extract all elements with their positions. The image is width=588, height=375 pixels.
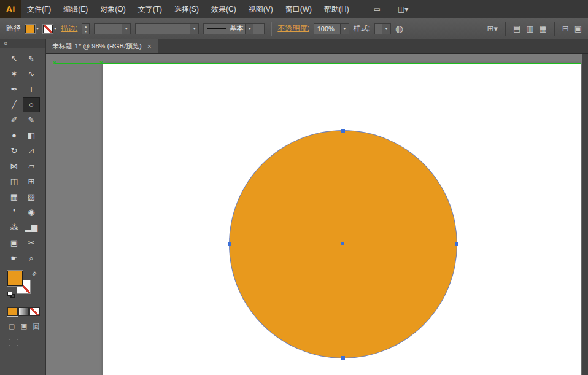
- stroke-panel-link[interactable]: 描边:: [61, 23, 77, 34]
- menu-edit[interactable]: 编辑(E): [57, 0, 94, 18]
- selection-tool[interactable]: ↖: [6, 51, 23, 66]
- opacity-dropdown[interactable]: 100% ▾: [314, 23, 349, 34]
- stroke-none-swatch[interactable]: [43, 25, 53, 33]
- canvas[interactable]: × ×: [46, 54, 582, 375]
- close-icon[interactable]: ×: [147, 43, 152, 50]
- document-tab-title: 未标题-1* @ 98% (RGB/预览): [52, 42, 142, 51]
- stepper-down-icon[interactable]: ▾: [82, 29, 89, 34]
- chevron-down-icon[interactable]: ▾: [190, 24, 198, 34]
- tools-panel-header[interactable]: «: [0, 39, 45, 48]
- scale-tool[interactable]: ⊿: [23, 143, 40, 158]
- chevron-down-icon[interactable]: ▾: [245, 24, 253, 34]
- document-setup-icon[interactable]: ⊟: [562, 24, 569, 33]
- ellipse-tool[interactable]: ○: [23, 97, 40, 112]
- drawing-mode-buttons: ▢▣回: [7, 322, 45, 331]
- menu-bar: Ai 文件(F)编辑(E)对象(O)文字(T)选择(S)效果(C)视图(V)窗口…: [0, 0, 588, 18]
- default-fill-icon: [7, 292, 12, 296]
- transform-panel-icon[interactable]: ⊞▾: [487, 24, 497, 33]
- default-fill-stroke-icon[interactable]: [7, 292, 16, 299]
- chevron-down-icon[interactable]: ▾: [340, 24, 349, 34]
- chevron-down-icon: ▾: [36, 26, 39, 31]
- hand-tool[interactable]: ☛: [6, 250, 23, 266]
- workspace-switcher-icon[interactable]: ◫▾: [398, 5, 408, 14]
- menu-window[interactable]: 窗口(W): [279, 0, 318, 18]
- direct-selection-tool[interactable]: ⇖: [23, 51, 40, 66]
- slice-tool[interactable]: ✂: [23, 235, 40, 250]
- style-dropdown[interactable]: ▾: [374, 23, 391, 34]
- tools-panel: « ↖⇖✶∿✒T╱○✐✎●◧↻⊿⋈▱◫⊞▦▨❜◉⁂▂▆▣✂☛⌕ ⇄ ▢▣回: [0, 39, 46, 375]
- symbol-sprayer-tool[interactable]: ⁂: [6, 220, 23, 235]
- swap-fill-stroke-icon[interactable]: ⇄: [31, 270, 38, 277]
- pen-tool[interactable]: ✒: [6, 82, 23, 97]
- artboard-tool[interactable]: ▣: [6, 235, 23, 250]
- gradient-button[interactable]: [18, 307, 29, 316]
- stroke-color-dropdown[interactable]: ▾: [43, 25, 56, 33]
- chevron-down-icon[interactable]: ▾: [122, 24, 130, 34]
- arrange-documents-icon[interactable]: ▭: [374, 5, 381, 14]
- menu-view[interactable]: 视图(V): [242, 0, 279, 18]
- opacity-panel-link[interactable]: 不透明度:: [277, 23, 309, 34]
- brush-definition-dropdown[interactable]: 基本 ▾: [203, 23, 265, 34]
- paintbrush-tool[interactable]: ✐: [6, 112, 23, 128]
- width-profile-dropdown[interactable]: ▾: [135, 23, 199, 34]
- magic-wand-tool[interactable]: ✶: [6, 66, 23, 82]
- collapse-panel-icon[interactable]: «: [4, 39, 7, 47]
- ellipse-shape[interactable]: [229, 130, 457, 358]
- chevron-down-icon[interactable]: ▾: [382, 24, 390, 34]
- rotate-tool[interactable]: ↻: [6, 143, 23, 158]
- none-button[interactable]: [29, 307, 40, 316]
- align-right-icon[interactable]: ▦: [540, 24, 547, 33]
- align-left-icon[interactable]: ▤: [513, 24, 520, 33]
- separator: [271, 22, 271, 36]
- recolor-artwork-icon[interactable]: ◍: [395, 23, 403, 34]
- menu-effect[interactable]: 效果(C): [205, 0, 242, 18]
- illustrator-window: { "colors": { "fill_orange": "#E8991D", …: [0, 0, 588, 375]
- column-graph-tool[interactable]: ▂▆: [23, 220, 40, 235]
- menu-object[interactable]: 对象(O): [94, 0, 131, 18]
- color-button[interactable]: [7, 307, 18, 316]
- width-tool[interactable]: ⋈: [6, 158, 23, 174]
- line-segment-tool[interactable]: ╱: [6, 97, 23, 112]
- document-area: 未标题-1* @ 98% (RGB/预览) × × ×: [46, 39, 588, 375]
- fill-color-swatch[interactable]: [25, 25, 35, 33]
- mesh-tool[interactable]: ▦: [6, 189, 23, 204]
- panel-dock-strip[interactable]: [582, 54, 588, 375]
- free-transform-tool[interactable]: ▱: [23, 158, 40, 174]
- stepper-up-icon[interactable]: ▴: [82, 24, 89, 29]
- selection-type-label: 路径: [6, 23, 21, 34]
- menu-file[interactable]: 文件(F): [21, 0, 57, 18]
- eraser-tool[interactable]: ◧: [23, 128, 40, 143]
- type-tool[interactable]: T: [23, 82, 40, 97]
- stroke-weight-stepper[interactable]: ▴ ▾: [82, 23, 90, 34]
- menu-select[interactable]: 选择(S): [168, 0, 205, 18]
- stroke-weight-dropdown[interactable]: ▾: [94, 23, 131, 34]
- gradient-tool[interactable]: ▨: [23, 189, 40, 204]
- perspective-grid-tool[interactable]: ⊞: [23, 174, 40, 189]
- draw-normal-icon[interactable]: ▢: [7, 322, 16, 331]
- lasso-tool[interactable]: ∿: [23, 66, 40, 82]
- anchor-point-left[interactable]: [228, 242, 231, 246]
- pencil-tool[interactable]: ✎: [23, 112, 40, 128]
- center-point[interactable]: [341, 242, 344, 245]
- blob-brush-tool[interactable]: ●: [6, 128, 23, 143]
- shape-builder-tool[interactable]: ◫: [6, 174, 23, 189]
- document-tab[interactable]: 未标题-1* @ 98% (RGB/预览) ×: [46, 39, 158, 53]
- app-logo[interactable]: Ai: [0, 0, 21, 18]
- zoom-tool[interactable]: ⌕: [23, 250, 40, 266]
- blend-tool[interactable]: ◉: [23, 204, 40, 220]
- anchor-point-bottom[interactable]: [341, 356, 345, 360]
- anchor-point-top[interactable]: [341, 129, 345, 133]
- draw-behind-icon[interactable]: ▣: [20, 322, 28, 331]
- align-center-icon[interactable]: ▥: [526, 24, 533, 33]
- eyedropper-tool[interactable]: ❜: [6, 204, 23, 220]
- draw-inside-icon[interactable]: 回: [32, 322, 41, 331]
- fill-color-dropdown[interactable]: ▾: [25, 25, 39, 33]
- fill-indicator[interactable]: [7, 271, 23, 286]
- style-label: 样式:: [354, 23, 370, 34]
- anchor-point-right[interactable]: [455, 242, 458, 246]
- menu-help[interactable]: 帮助(H): [318, 0, 355, 18]
- preferences-icon[interactable]: ▣: [574, 24, 582, 33]
- menu-type[interactable]: 文字(T): [132, 0, 168, 18]
- brush-stroke-preview: [207, 28, 226, 29]
- screen-mode-button[interactable]: [9, 339, 18, 346]
